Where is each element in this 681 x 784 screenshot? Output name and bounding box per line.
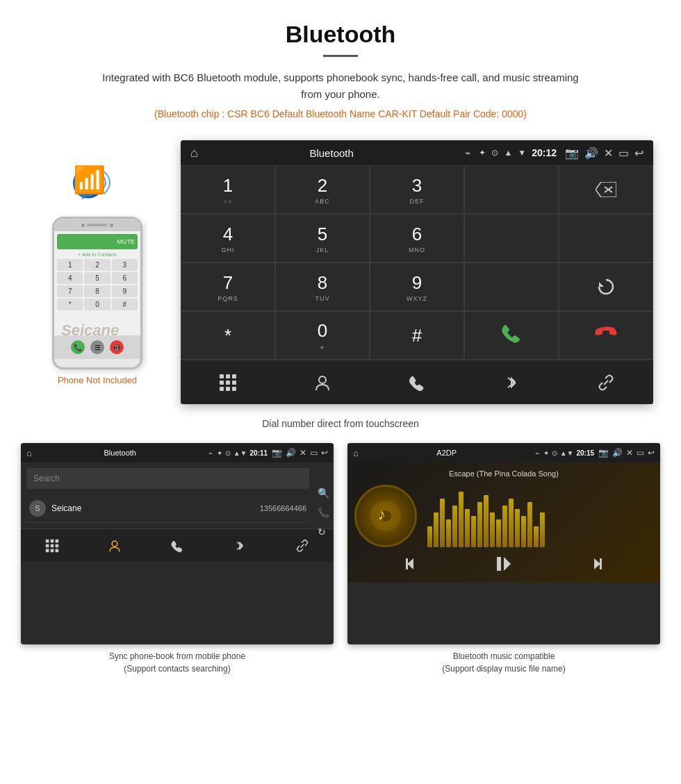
search-side-icon[interactable]: 🔍	[318, 487, 329, 499]
phone-key-4[interactable]: 4	[57, 272, 83, 284]
phone-screen: MUTE + Add to Contacts 1 2 3 4 5 6 7 8 9…	[54, 231, 140, 335]
phone-key-7[interactable]: 7	[57, 285, 83, 297]
music-note-icon: ♪	[368, 499, 403, 533]
bottom-screens: ⌂ Bluetooth ⌁ ✦ ⊙ ▲▼ 20:11 📷 🔊 ✕ ▭ ↩	[0, 443, 681, 696]
svg-rect-30	[406, 558, 408, 569]
music-screen: ⌂ A2DP ⌁ ✦ ⊙ ▲▼ 20:15 📷 🔊 ✕ ▭ ↩	[347, 443, 660, 644]
pb-phone-icon	[170, 539, 184, 553]
phone-key-8[interactable]: 8	[84, 285, 110, 297]
play-pause-button[interactable]	[495, 556, 512, 576]
phone-aside: 📶 🔵	[28, 140, 167, 385]
phonebook-search[interactable]: Search	[26, 468, 309, 489]
key-6-main: 6	[412, 224, 422, 245]
dial-call-button[interactable]	[464, 311, 559, 360]
pb-nav-link[interactable]	[295, 539, 309, 553]
dial-key-1[interactable]: 1 ○○	[181, 165, 275, 214]
eq-bar	[509, 499, 514, 547]
phone-keypad: 1 2 3 4 5 6 7 8 9 * 0 #	[57, 259, 138, 310]
music-win-icon: ▭	[637, 448, 644, 458]
phone-key-9[interactable]: 9	[112, 285, 138, 297]
nav-link[interactable]	[589, 365, 623, 400]
key-star-main: *	[224, 325, 231, 347]
dial-key-star[interactable]: *	[181, 311, 275, 360]
phone-end-button[interactable]: 📵	[110, 340, 124, 354]
pb-close-icon[interactable]: ✕	[300, 448, 306, 458]
add-contacts-label: MUTE	[117, 238, 136, 245]
phone-key-star[interactable]: *	[57, 299, 83, 310]
svg-marker-5	[599, 282, 604, 287]
svg-rect-34	[600, 558, 602, 569]
dial-key-5[interactable]: 5 JKL	[275, 214, 370, 262]
dial-key-hash[interactable]: #	[370, 311, 464, 360]
pb-back-icon[interactable]: ↩	[321, 448, 328, 458]
svg-rect-13	[226, 387, 230, 391]
volume-icon: 🔊	[584, 147, 598, 160]
seicane-watermark: Seicane	[61, 322, 119, 340]
phone-key-2[interactable]: 2	[84, 259, 110, 271]
close-icon[interactable]: ✕	[604, 147, 613, 160]
dial-backspace[interactable]	[559, 165, 653, 214]
phone-key-3[interactable]: 3	[112, 259, 138, 271]
dial-key-7[interactable]: 7 PQRS	[181, 262, 275, 311]
pb-nav-phone[interactable]	[170, 539, 184, 553]
dial-refresh[interactable]	[559, 262, 653, 311]
pb-vol-icon: 🔊	[286, 448, 296, 458]
back-icon[interactable]: ↩	[634, 147, 643, 160]
nav-phone[interactable]	[400, 365, 434, 400]
dial-key-2[interactable]: 2 ABC	[275, 165, 370, 214]
phone-call-button[interactable]: 📞	[71, 340, 85, 354]
dial-key-4[interactable]: 4 GHI	[181, 214, 275, 262]
dial-key-3[interactable]: 3 DEF	[370, 165, 464, 214]
eq-bar	[534, 526, 539, 547]
phone-camera	[81, 224, 85, 227]
pb-nav-contacts[interactable]	[108, 539, 122, 553]
svg-rect-23	[51, 549, 54, 552]
end-call-icon	[594, 322, 618, 350]
phone-key-5[interactable]: 5	[84, 272, 110, 284]
bluetooth-nav-icon	[502, 374, 520, 392]
dial-status-bar: ⌂ Bluetooth ⌁ ✦ ⊙ ▲ ▼ 20:12 📷 🔊 ✕ ▭ ↩	[181, 140, 653, 165]
svg-rect-9	[220, 381, 224, 385]
pb-nav-keypad[interactable]	[45, 539, 59, 553]
dial-key-0[interactable]: 0 +	[275, 311, 370, 360]
phone-key-6[interactable]: 6	[112, 272, 138, 284]
pb-home-icon[interactable]: ⌂	[26, 448, 32, 458]
music-home-icon[interactable]: ⌂	[353, 448, 359, 458]
bluetooth-specs: (Bluetooth chip : CSR BC6 Default Blueto…	[14, 108, 667, 119]
phone-key-0[interactable]: 0	[84, 299, 110, 310]
key-2-main: 2	[318, 175, 327, 197]
phone-key-1[interactable]: 1	[57, 259, 83, 271]
phone-speaker	[87, 224, 108, 226]
pb-nav-bluetooth[interactable]	[233, 539, 247, 553]
phone-menu-button[interactable]: ☰	[90, 340, 104, 354]
signal-icon: ▲	[504, 148, 512, 158]
play-pause-icon	[495, 556, 512, 572]
status-time: 20:12	[532, 147, 557, 158]
dial-empty-4	[464, 262, 559, 311]
music-close-icon[interactable]: ✕	[626, 448, 633, 458]
dial-key-9[interactable]: 9 WXYZ	[370, 262, 464, 311]
call-side-icon[interactable]: 📞	[318, 507, 329, 518]
key-9-main: 9	[412, 272, 422, 294]
dial-key-8[interactable]: 8 TUV	[275, 262, 370, 311]
eq-bar	[471, 516, 476, 547]
pb-loc-icon: ⊙	[225, 449, 231, 457]
nav-keypad[interactable]	[211, 365, 245, 400]
next-button[interactable]	[586, 556, 602, 575]
dial-end-button[interactable]	[559, 311, 653, 360]
prev-button[interactable]	[406, 556, 421, 575]
dial-key-6[interactable]: 6 MNO	[370, 214, 464, 262]
home-icon[interactable]: ⌂	[190, 146, 198, 160]
bt-icon-wrapper: 📶 🔵	[69, 161, 125, 210]
eq-bar	[484, 495, 489, 547]
phone-key-hash[interactable]: #	[112, 299, 138, 310]
contact-row[interactable]: S Seicane 13566664466	[26, 494, 309, 523]
music-back-icon[interactable]: ↩	[648, 448, 655, 458]
eq-bar	[465, 509, 470, 547]
nav-contacts[interactable]	[305, 365, 340, 400]
refresh-side-icon[interactable]: ↻	[318, 526, 329, 537]
nav-bluetooth[interactable]	[494, 365, 529, 400]
eq-bar	[459, 492, 463, 547]
music-status-bar: ⌂ A2DP ⌁ ✦ ⊙ ▲▼ 20:15 📷 🔊 ✕ ▭ ↩	[347, 443, 660, 462]
svg-rect-6	[220, 374, 224, 378]
